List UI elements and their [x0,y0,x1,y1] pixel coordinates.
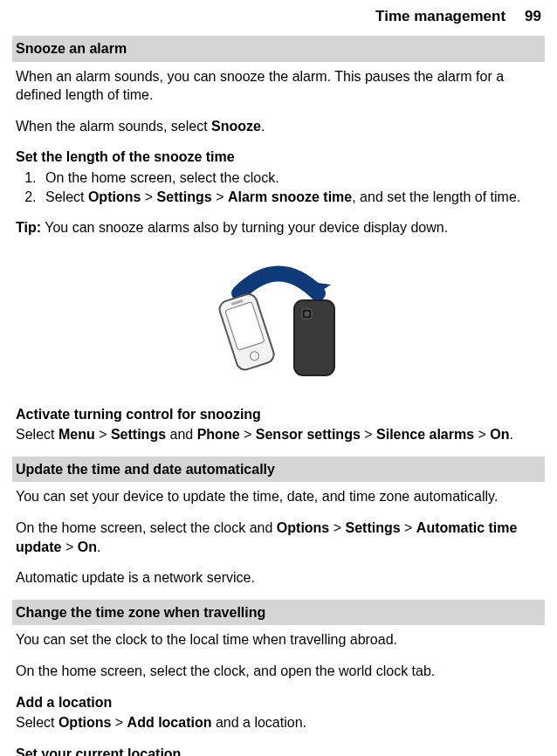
travel-p1: You can set the clock to the local time … [16,630,541,649]
snooze-tip: Tip: You can snooze alarms also by turni… [16,218,541,237]
menu-options: Options [88,189,141,204]
travel-p2: On the home screen, select the clock, an… [16,662,541,681]
text: > [329,520,345,535]
update-p1: You can set your device to update the ti… [16,487,541,506]
text: > [61,540,77,554]
section-bar-travel: Change the time zone when travelling [12,600,545,626]
text: > [361,427,376,442]
snooze-steps: On the home screen, select the clock. Se… [16,168,541,206]
text: Select [16,715,58,730]
tip-label: Tip: [16,220,41,235]
text: . [97,540,100,554]
snooze-label: Snooze [211,119,261,134]
menu-alarm-snooze-time: Alarm snooze time [228,189,352,204]
section-bar-snooze: Snooze an alarm [12,36,545,62]
snooze-intro: When an alarm sounds, you can snooze the… [16,67,541,105]
page-header: Time management 99 [16,0,541,36]
menu-phone: Phone [197,427,240,442]
text: . [510,427,513,442]
text: Select [45,189,88,204]
snooze-flip-figure [16,250,541,389]
text: When the alarm sounds, select [16,119,211,134]
text: On the home screen, select the clock and [16,520,277,535]
menu-options: Options [58,715,111,730]
menu-settings: Settings [346,520,401,535]
add-location-body: Select Options > Add location and a loca… [16,713,541,732]
text: > [240,427,256,442]
snooze-step-1: On the home screen, select the clock. [40,168,541,188]
section-bar-update: Update the time and date automatically [12,457,545,483]
snooze-length-heading: Set the length of the snooze time [16,148,541,167]
text: > [111,715,127,730]
text: and a location. [211,715,306,730]
text: > [212,189,228,204]
activate-heading: Activate turning control for snoozing [16,405,541,424]
text: > [401,520,416,535]
svg-rect-5 [294,300,334,375]
text: , and set the length of time. [352,189,520,204]
tip-body: You can snooze alarms also by turning yo… [41,220,448,235]
phone-flip-icon [200,250,357,389]
menu-menu: Menu [58,427,95,442]
snooze-step-2: Select Options > Settings > Alarm snooze… [40,188,541,207]
text: . [261,119,265,134]
update-p2: On the home screen, select the clock and… [16,519,541,556]
menu-sensor-settings: Sensor settings [256,427,361,442]
text: and [166,427,197,442]
menu-on: On [490,427,509,442]
text: Select [16,427,58,442]
text: > [141,189,156,204]
add-location-heading: Add a location [16,693,541,712]
menu-settings: Settings [111,427,166,442]
menu-add-location: Add location [127,715,212,730]
menu-options: Options [277,520,329,535]
menu-on: On [78,540,97,554]
text: > [95,427,111,442]
set-current-heading: Set your current location [16,745,541,756]
text: > [474,427,490,442]
svg-point-7 [305,311,310,316]
menu-silence-alarms: Silence alarms [376,427,474,442]
update-p3: Automatic update is a network service. [16,568,541,588]
header-page-number: 99 [525,7,541,27]
snooze-select: When the alarm sounds, select Snooze. [16,117,541,136]
menu-settings: Settings [157,189,212,204]
header-title: Time management [375,7,505,27]
activate-body: Select Menu > Settings and Phone > Senso… [16,425,541,444]
